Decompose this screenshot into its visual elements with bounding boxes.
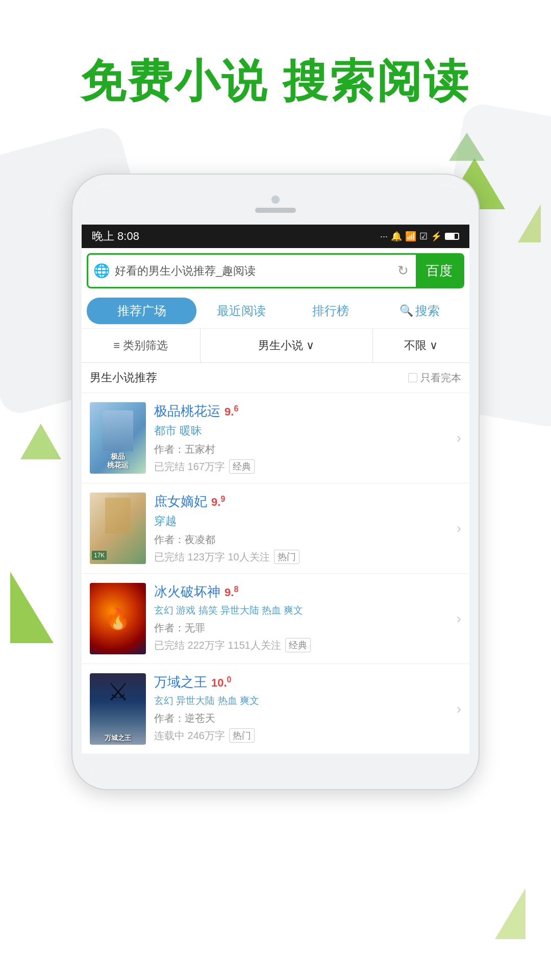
battery-icon: ⚡ bbox=[431, 231, 442, 242]
battery-bar bbox=[445, 233, 459, 240]
book-tag-1: 经典 bbox=[229, 459, 255, 474]
wifi-icon: 📶 bbox=[405, 231, 416, 242]
filter-category-button[interactable]: ≡ 类别筛选 bbox=[82, 329, 201, 362]
chevron-down-limit: ∨ bbox=[430, 339, 438, 352]
cover-text-1: 极品桃花运 bbox=[107, 452, 129, 470]
phone-inner: 晚上 8:08 ··· 🔔 📶 ☑ ⚡ 🌐 好看的男生小说推荐_趣阅读 ↻ 百度 bbox=[82, 184, 469, 780]
book-item-2[interactable]: 17K 庶女嫡妃 9.9 穿越 作者：夜凌都 已完结 123万字 10人关注 热… bbox=[82, 483, 469, 574]
bg-triangle-left-small bbox=[20, 424, 61, 459]
headline: 免费小说 搜索阅读 bbox=[0, 51, 551, 112]
tab-ranking[interactable]: 排行榜 bbox=[286, 298, 375, 324]
book-meta-3: 已完结 222万字 1151人关注 经典 bbox=[154, 638, 461, 652]
only-complete-checkbox[interactable] bbox=[408, 373, 417, 382]
status-time: 晚上 8:08 bbox=[92, 229, 139, 244]
book-tag-3: 经典 bbox=[285, 638, 311, 652]
book-info-2: 庶女嫡妃 9.9 穿越 作者：夜凌都 已完结 123万字 10人关注 热门 bbox=[154, 493, 461, 564]
only-complete-toggle[interactable]: 只看完本 bbox=[408, 371, 461, 385]
section-title: 男生小说推荐 bbox=[90, 370, 157, 385]
book-item-1[interactable]: 极品桃花运 极品桃花运 9.6 都市 暖昧 作者：五家村 已完结 167万字 经… bbox=[82, 393, 469, 483]
bg-triangle-left-big bbox=[10, 572, 54, 643]
book-arrow-4: › bbox=[457, 701, 461, 717]
phone-mockup: 晚上 8:08 ··· 🔔 📶 ☑ ⚡ 🌐 好看的男生小说推荐_趣阅读 ↻ 百度 bbox=[71, 174, 480, 790]
book-arrow-2: › bbox=[457, 520, 461, 536]
baidu-search-button[interactable]: 百度 bbox=[416, 255, 463, 287]
phone-speaker bbox=[255, 208, 296, 213]
status-icons: ··· 🔔 📶 ☑ ⚡ bbox=[380, 231, 459, 242]
book-title-2: 庶女嫡妃 bbox=[154, 493, 207, 510]
signal-dots: ··· bbox=[380, 231, 388, 242]
sim-icon: ☑ bbox=[419, 231, 428, 242]
book-genre-2: 穿越 bbox=[154, 513, 461, 529]
section-header: 男生小说推荐 只看完本 bbox=[82, 363, 469, 393]
book-cover-2: 17K bbox=[90, 493, 146, 564]
book-title-1: 极品桃花运 bbox=[154, 402, 220, 420]
cover-badge-2: 17K bbox=[92, 551, 107, 560]
status-bar: 晚上 8:08 ··· 🔔 📶 ☑ ⚡ bbox=[82, 225, 469, 248]
book-tag-2: 热门 bbox=[274, 550, 299, 564]
book-author-1: 作者：五家村 bbox=[154, 443, 461, 456]
book-genre-1: 都市 暖昧 bbox=[154, 423, 461, 438]
bg-triangle-mid-right bbox=[518, 204, 541, 242]
phone-bezel-top bbox=[82, 184, 469, 225]
book-cover-3: 🔥 bbox=[90, 583, 146, 654]
book-tag-4: 热门 bbox=[229, 728, 255, 743]
book-genre-3: 玄幻 游戏 搞笑 异世大陆 热血 爽文 bbox=[154, 604, 461, 617]
book-author-2: 作者：夜凌都 bbox=[154, 533, 461, 547]
nav-tabs: 推荐广场 最近阅读 排行榜 🔍 搜索 bbox=[82, 293, 469, 329]
book-rating-3: 9.8 bbox=[224, 585, 238, 599]
tab-search[interactable]: 🔍 搜索 bbox=[375, 298, 464, 324]
book-rating-1: 9.6 bbox=[224, 404, 238, 419]
tab-recent[interactable]: 最近阅读 bbox=[196, 298, 286, 324]
book-rating-2: 9.9 bbox=[211, 495, 225, 509]
book-genre-4: 玄幻 异世大陆 热血 爽文 bbox=[154, 694, 461, 707]
book-arrow-1: › bbox=[457, 430, 461, 446]
book-cover-4: ⚔ 万城之王 bbox=[90, 673, 146, 745]
filter-category-label: 类别筛选 bbox=[123, 338, 168, 353]
headline-text: 免费小说 搜索阅读 bbox=[0, 51, 551, 112]
book-author-4: 作者：逆苍天 bbox=[154, 712, 461, 725]
filter-limit-label: 不限 bbox=[404, 338, 427, 353]
book-meta-1: 已完结 167万字 经典 bbox=[154, 459, 461, 474]
search-bar[interactable]: 🌐 好看的男生小说推荐_趣阅读 ↻ 百度 bbox=[87, 253, 464, 288]
bg-triangle-small-top bbox=[449, 133, 485, 161]
book-info-3: 冰火破坏神 9.8 玄幻 游戏 搞笑 异世大陆 热血 爽文 作者：无罪 已完结 … bbox=[154, 583, 461, 652]
book-meta-4: 连载中 246万字 热门 bbox=[154, 728, 461, 743]
filter-icon: ≡ bbox=[113, 339, 120, 352]
filter-limit-button[interactable]: 不限 ∨ bbox=[373, 329, 469, 362]
book-cover-1: 极品桃花运 bbox=[90, 402, 146, 474]
search-input-text[interactable]: 好看的男生小说推荐_趣阅读 bbox=[115, 263, 390, 279]
filter-gender-button[interactable]: 男生小说 ∨ bbox=[201, 329, 373, 362]
tab-recommended[interactable]: 推荐广场 bbox=[87, 298, 196, 324]
book-meta-2: 已完结 123万字 10人关注 热门 bbox=[154, 550, 461, 564]
cover-text-4: 万城之王 bbox=[92, 733, 144, 743]
book-rating-4: 10.0 bbox=[211, 675, 232, 690]
chevron-down-gender: ∨ bbox=[306, 339, 314, 352]
only-complete-label: 只看完本 bbox=[420, 371, 461, 385]
book-info-4: 万域之王 10.0 玄幻 异世大陆 热血 爽文 作者：逆苍天 连载中 246万字… bbox=[154, 673, 461, 743]
book-info-1: 极品桃花运 9.6 都市 暖昧 作者：五家村 已完结 167万字 经典 bbox=[154, 402, 461, 474]
book-item-3[interactable]: 🔥 冰火破坏神 9.8 玄幻 游戏 搞笑 异世大陆 热血 爽文 作者：无罪 已完… bbox=[82, 574, 469, 664]
search-icon: 🔍 bbox=[399, 304, 413, 317]
book-title-3: 冰火破坏神 bbox=[154, 583, 220, 601]
filter-bar: ≡ 类别筛选 男生小说 ∨ 不限 ∨ bbox=[82, 329, 469, 363]
book-arrow-3: › bbox=[457, 610, 461, 627]
phone-bezel-bottom bbox=[82, 754, 469, 780]
globe-icon: 🌐 bbox=[88, 263, 115, 279]
refresh-button[interactable]: ↻ bbox=[390, 263, 416, 279]
filter-gender-label: 男生小说 bbox=[258, 338, 303, 353]
sword-icon: ⚔ bbox=[107, 677, 129, 706]
bg-triangle-bottom-right bbox=[495, 888, 525, 939]
book-author-3: 作者：无罪 bbox=[154, 621, 461, 635]
phone-outer: 晚上 8:08 ··· 🔔 📶 ☑ ⚡ 🌐 好看的男生小说推荐_趣阅读 ↻ 百度 bbox=[71, 174, 480, 790]
phone-camera bbox=[271, 195, 280, 204]
book-item-4[interactable]: ⚔ 万城之王 万域之王 10.0 玄幻 异世大陆 热血 爽文 作者：逆苍天 连载… bbox=[82, 664, 469, 754]
mute-icon: 🔔 bbox=[391, 231, 402, 242]
book-title-4: 万域之王 bbox=[154, 673, 207, 691]
